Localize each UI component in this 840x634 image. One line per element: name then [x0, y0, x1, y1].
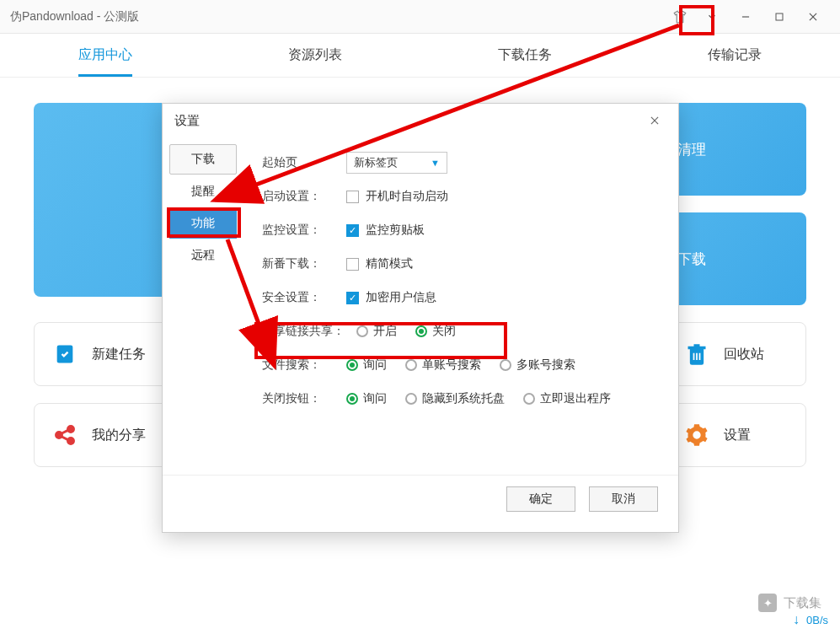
watermark: ✦ 下载集 [758, 594, 821, 612]
cancel-button[interactable]: 取消 [589, 486, 658, 512]
sidebar-item-download[interactable]: 下载 [169, 144, 237, 175]
tab-download-task[interactable]: 下载任务 [420, 34, 630, 77]
new-task-label: 新建任务 [92, 346, 146, 363]
titlebar: 伪Pandownload - 公测版 [0, 0, 840, 34]
wechat-icon: ✦ [758, 594, 777, 612]
minimize-button[interactable] [729, 0, 762, 34]
monitor-label: 监控设置： [262, 223, 346, 238]
svg-line-10 [62, 430, 68, 433]
dialog-title: 设置 [174, 113, 200, 129]
ok-button[interactable]: 确定 [506, 486, 575, 512]
security-checkbox[interactable]: ✓ [346, 292, 359, 304]
startup-option: 开机时自动启动 [366, 189, 448, 204]
startup-checkbox[interactable] [346, 191, 359, 203]
filesearch-radio-ask[interactable]: 询问 [346, 357, 387, 373]
tab-transfer-log[interactable]: 传输记录 [630, 34, 840, 77]
my-share-label: 我的分享 [92, 427, 146, 444]
status-bar: ↓ 0B/s [793, 612, 828, 627]
dialog-footer: 确定 取消 [163, 475, 678, 522]
settings-dialog: 设置 下载 提醒 功能 远程 起始页 新标签页 ▼ 启动设置： 开机时自动启动 [162, 103, 679, 533]
sidebar-item-remote[interactable]: 远程 [169, 240, 237, 271]
watermark-text: 下载集 [784, 595, 821, 611]
newep-label: 新番下载： [262, 256, 346, 271]
filesearch-radio-multi[interactable]: 多账号搜索 [500, 357, 575, 373]
svg-point-7 [56, 433, 62, 438]
newep-checkbox[interactable] [346, 258, 359, 271]
settings-card[interactable]: 设置 [666, 403, 806, 467]
startup-label: 启动设置： [262, 189, 346, 204]
sidebar-item-remind[interactable]: 提醒 [169, 176, 237, 207]
dialog-close-button[interactable] [643, 109, 666, 132]
svg-rect-1 [776, 13, 783, 20]
settings-label: 设置 [724, 427, 751, 444]
filesearch-radio-single[interactable]: 单账号搜索 [405, 357, 481, 373]
closebtn-radio-exit[interactable]: 立即退出程序 [523, 391, 611, 406]
download-arrow-icon: ↓ [793, 612, 800, 627]
settings-sidebar: 下载 提醒 功能 远程 [163, 137, 243, 475]
dropdown-button[interactable] [695, 0, 729, 34]
closebtn-radio-tray[interactable]: 隐藏到系统托盘 [405, 391, 505, 406]
share-radio-close[interactable]: 关闭 [415, 324, 456, 339]
startpage-label: 起始页 [262, 155, 346, 170]
closebtn-radio-ask[interactable]: 询问 [346, 391, 387, 406]
theme-icon[interactable] [665, 2, 695, 32]
close-button[interactable] [796, 0, 830, 34]
startpage-select[interactable]: 新标签页 ▼ [346, 152, 447, 174]
monitor-option: 监控剪贴板 [366, 223, 425, 238]
monitor-checkbox[interactable]: ✓ [346, 224, 359, 237]
security-label: 安全设置： [262, 290, 346, 305]
recycle-label: 回收站 [724, 346, 764, 363]
download-speed: 0B/s [806, 614, 828, 626]
newep-option: 精简模式 [366, 256, 413, 271]
share-radio-open[interactable]: 开启 [356, 324, 397, 339]
share-label: 分享链接共享： [262, 324, 356, 339]
security-option: 加密用户信息 [366, 290, 436, 305]
settings-content: 起始页 新标签页 ▼ 启动设置： 开机时自动启动 监控设置： ✓ 监控剪贴板 新… [243, 137, 678, 475]
new-task-card[interactable]: 新建任务 [34, 322, 174, 386]
sidebar-item-function[interactable]: 功能 [169, 208, 237, 239]
caret-down-icon: ▼ [431, 158, 440, 168]
tab-resource-list[interactable]: 资源列表 [210, 34, 420, 77]
window-title: 伪Pandownload - 公测版 [10, 9, 665, 24]
dialog-header: 设置 [163, 104, 678, 137]
recycle-card[interactable]: 回收站 [666, 322, 806, 386]
maximize-button[interactable] [762, 0, 796, 34]
closebtn-label: 关闭按钮： [262, 391, 346, 406]
filesearch-label: 文件搜索： [262, 357, 346, 373]
tab-app-center[interactable]: 应用中心 [0, 34, 210, 77]
nav-tabs: 应用中心 资源列表 下载任务 传输记录 [0, 34, 840, 78]
my-share-card[interactable]: 我的分享 [34, 403, 174, 467]
svg-line-11 [62, 437, 68, 440]
